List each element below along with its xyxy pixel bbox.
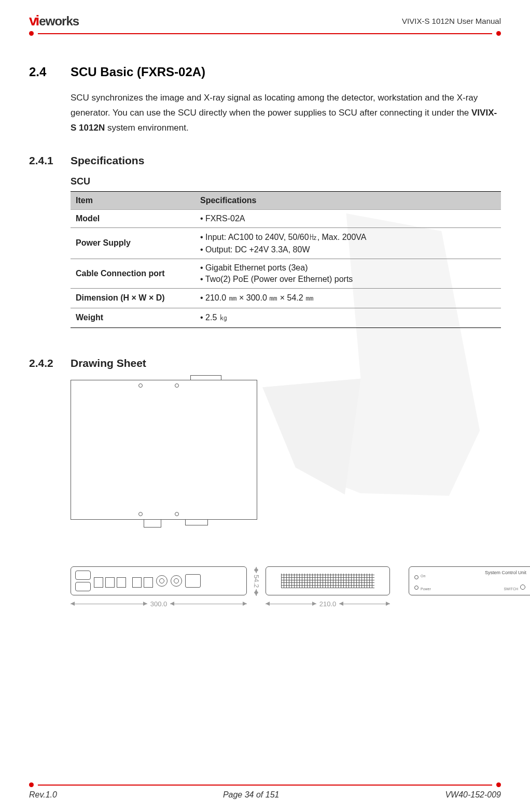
logo: vieworks (29, 12, 79, 29)
drawing-sheet: 54.2 300.0 210.0 (71, 380, 501, 610)
spec-value: 2.5 ㎏ (195, 308, 501, 327)
subsection1-title: Specifications (71, 154, 144, 167)
back-power-label: Power (421, 587, 431, 591)
drawing-side-view: 210.0 (266, 566, 390, 610)
spec-item: Dimension (H × W × D) (71, 288, 195, 308)
header-rule (29, 31, 501, 36)
back-on-label: On (421, 574, 425, 578)
spec-value: 210.0 ㎜ × 300.0 ㎜ × 54.2 ㎜ (195, 288, 501, 308)
spec-value: Input: AC100 to 240V, 50/60㎐, Max. 200VA… (195, 227, 501, 259)
section-paragraph: SCU synchronizes the image and X-ray sig… (71, 91, 501, 136)
spec-table-label: SCU (71, 176, 501, 187)
dim-width: 300.0 (150, 600, 168, 608)
table-row: Dimension (H × W × D) 210.0 ㎜ × 300.0 ㎜ … (71, 288, 501, 308)
table-row: Power Supply Input: AC100 to 240V, 50/60… (71, 227, 501, 259)
subsection2-number: 2.4.2 (29, 357, 63, 369)
subsection1-number: 2.4.1 (29, 154, 63, 167)
th-spec: Specifications (195, 191, 501, 209)
spec-item: Model (71, 209, 195, 227)
spec-item: Cable Connection port (71, 259, 195, 288)
subsection2-title: Drawing Sheet (71, 357, 146, 369)
spec-value-item: Gigabit Ethernet ports (3ea) (200, 262, 496, 274)
section-number: 2.4 (29, 65, 56, 79)
spec-value-item: Input: AC100 to 240V, 50/60㎐, Max. 200VA (200, 231, 496, 244)
footer-page: Page 34 of 151 (223, 790, 280, 800)
spec-item: Power Supply (71, 227, 195, 259)
para-text-pre: SCU synchronizes the image and X-ray sig… (71, 93, 478, 118)
footer-rev: Rev.1.0 (29, 790, 57, 800)
spec-value-item: Output: DC +24V 3.3A, 80W (200, 244, 496, 255)
table-row: Weight 2.5 ㎏ (71, 308, 501, 327)
drawing-front-view: 54.2 300.0 (71, 566, 247, 610)
table-row: Cable Connection port Gigabit Ethernet p… (71, 259, 501, 288)
back-switch-label: SWITCH (504, 587, 518, 591)
spec-value-item: FXRS-02A (200, 213, 496, 224)
dim-height: 54.2 (253, 575, 260, 588)
spec-value-item: Two(2) PoE (Power over Ethernet) ports (200, 274, 496, 285)
spec-value: FXRS-02A (195, 209, 501, 227)
dim-depth: 210.0 (319, 600, 337, 608)
back-panel-label: System Control Unit (485, 570, 526, 575)
footer-docno: VW40-152-009 (445, 790, 501, 800)
spec-table: Item Specifications Model FXRS-02A Power… (71, 191, 501, 328)
section-title: SCU Basic (FXRS-02A) (71, 65, 205, 79)
drawing-top-view (71, 380, 257, 520)
spec-value-item: 210.0 ㎜ × 300.0 ㎜ × 54.2 ㎜ (200, 292, 496, 305)
th-item: Item (71, 191, 195, 209)
spec-value: Gigabit Ethernet ports (3ea) Two(2) PoE … (195, 259, 501, 288)
spec-item: Weight (71, 308, 195, 327)
para-text-post: system environment. (105, 123, 189, 133)
table-row: Model FXRS-02A (71, 209, 501, 227)
footer-rule (29, 782, 501, 787)
spec-value-item: 2.5 ㎏ (200, 311, 496, 324)
document-title: VIVIX-S 1012N User Manual (402, 17, 501, 25)
drawing-back-view: System Control Unit On Power SWITCH (409, 566, 530, 595)
